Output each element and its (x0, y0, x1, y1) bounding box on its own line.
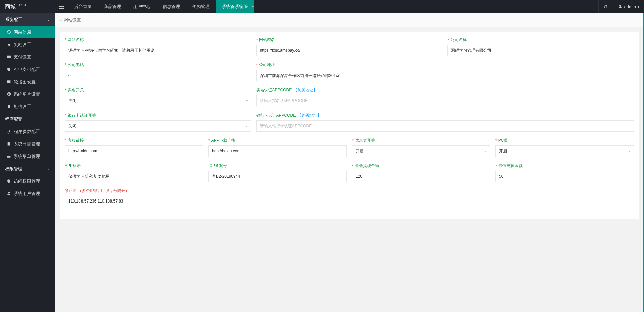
field-company-phone: *公司电话 (65, 62, 251, 81)
sidebar-group-program-config[interactable]: 程序配置 ⌄ (0, 113, 55, 125)
coupon-switch-select[interactable]: 开启▾ (352, 145, 490, 157)
chevron-down-icon: ▾ (246, 99, 248, 103)
buy-link[interactable]: 【购买地址】 (293, 87, 317, 93)
sidebar-item-reward[interactable]: 奖励设置 (0, 38, 55, 51)
brand-version: TP5.3 (17, 3, 26, 7)
hamburger-icon (59, 6, 64, 7)
scrollbar-edge[interactable] (643, 13, 644, 224)
top-nav: 后台首页 商品管理 用户中心 信息管理 奖励管理 系统管系统管 (68, 0, 254, 13)
field-site-domain: *网站域名 (256, 37, 443, 56)
group-label: 程序配置 (5, 113, 22, 125)
phone-icon (7, 104, 11, 109)
item-label: 支付设置 (14, 51, 31, 63)
topbar: 商城 TP5.3 后台首页 商品管理 用户中心 信息管理 奖励管理 系统管系统管… (0, 0, 644, 13)
item-label: APP支付配置 (14, 63, 40, 76)
chevron-down-icon: ▾ (629, 149, 630, 153)
sidebar-item-payment[interactable]: 支付设置 (0, 51, 55, 63)
label: 实名认证APPCODE【购买地址】 (256, 87, 634, 93)
form-row: 禁止IP（多个IP请用半角 , 号隔开） (65, 188, 634, 208)
breadcrumb-title: 网站设置 (64, 13, 81, 27)
chevron-down-icon: ▾ (638, 5, 639, 9)
field-app-download: *APP下载连接 (208, 138, 347, 157)
app-slogan-input[interactable] (65, 171, 203, 182)
sidebar-item-program-params[interactable]: 程序参数配置 (0, 125, 55, 138)
bank-appcode-input[interactable] (256, 120, 634, 132)
item-label: 系统图片设置 (14, 88, 40, 100)
chevron-down-icon: ▾ (485, 149, 487, 153)
app-download-input[interactable] (208, 145, 347, 157)
buy-link[interactable]: 【购买地址】 (297, 113, 321, 118)
min-withdraw-input[interactable] (352, 171, 490, 182)
required-star: * (495, 164, 497, 168)
label: 银行卡认证APPCODE【购买地址】 (256, 113, 634, 118)
form-row: *公司电话 *公司地址 (65, 62, 634, 81)
user-menu[interactable]: admin ▾ (613, 0, 644, 13)
field-app-slogan: APP标语 (65, 163, 203, 182)
card-icon (7, 55, 11, 59)
sidebar-item-users[interactable]: 系统用户管理 (0, 187, 55, 200)
sidebar-item-menus[interactable]: 系统菜单管理 (0, 150, 55, 163)
bank-switch-select[interactable]: 关闭▾ (65, 120, 251, 132)
required-star: * (256, 63, 258, 68)
item-label: 轮播图设置 (14, 76, 36, 88)
image-icon (7, 80, 11, 84)
label: *优惠券开关 (352, 138, 490, 143)
site-name-input[interactable] (65, 45, 251, 56)
nav-info[interactable]: 信息管理 (157, 0, 186, 13)
required-star: * (352, 164, 354, 168)
site-domain-input[interactable] (256, 45, 443, 56)
nav-user[interactable]: 用户中心 (127, 0, 157, 13)
min-recharge-input[interactable] (495, 171, 634, 182)
label: *最低充值金额 (495, 163, 634, 169)
item-label: 系统日志管理 (14, 138, 40, 150)
sidebar-group-system-config[interactable]: 系统配置 ⌄ (0, 13, 55, 26)
company-phone-input[interactable] (65, 70, 251, 81)
sidebar-item-sms[interactable]: 短信设置 (0, 100, 55, 113)
required-star: * (65, 113, 66, 118)
sidebar-group-permissions[interactable]: 权限管理 ⌄ (0, 163, 55, 175)
company-address-input[interactable] (256, 70, 634, 81)
nav-home[interactable]: 后台首页 (68, 0, 98, 13)
required-star: * (495, 138, 497, 143)
kefu-link-input[interactable] (65, 145, 203, 157)
item-label: 短信设置 (14, 100, 31, 113)
sidebar-item-carousel[interactable]: 轮播图设置 (0, 76, 55, 88)
refresh-button[interactable] (598, 0, 613, 13)
realname-switch-select[interactable]: 关闭▾ (65, 95, 251, 106)
realname-appcode-input[interactable] (256, 95, 634, 106)
item-label: 系统菜单管理 (14, 150, 40, 163)
pc-switch-select[interactable]: 开启▾ (495, 145, 634, 157)
form-row: *实名开关 关闭▾ 实名认证APPCODE【购买地址】 (65, 87, 634, 106)
item-label: 系统用户管理 (14, 187, 40, 200)
breadcrumb: » 网站设置 (55, 13, 644, 27)
item-label: 奖励设置 (14, 38, 31, 51)
refresh-icon (603, 4, 608, 9)
sidebar-item-app-payment[interactable]: APP支付配置 (0, 63, 55, 76)
sidebar-toggle-button[interactable] (55, 0, 68, 13)
required-star: * (65, 63, 66, 68)
label: APP标语 (65, 163, 203, 169)
label: *公司名称 (447, 37, 634, 43)
label: *网站域名 (256, 37, 443, 43)
field-pc-switch: *PC端 开启▾ (495, 138, 634, 157)
nav-system[interactable]: 系统管系统管 (216, 0, 254, 13)
icp-input[interactable] (208, 171, 347, 182)
field-company-address: *公司地址 (256, 62, 634, 81)
label: *银行卡认证开关 (65, 113, 251, 118)
nav-reward[interactable]: 奖励管理 (186, 0, 216, 13)
group-label: 系统配置 (5, 13, 22, 26)
user-icon (618, 4, 623, 9)
field-icp: ICP备案号 (208, 163, 347, 182)
label: *客服链接 (65, 138, 203, 143)
field-min-recharge: *最低充值金额 (495, 163, 634, 182)
field-kefu-link: *客服链接 (65, 138, 203, 157)
ban-ip-input[interactable] (65, 196, 634, 207)
sidebar-item-logs[interactable]: 系统日志管理 (0, 138, 55, 150)
required-star: * (65, 88, 66, 93)
sidebar-item-access[interactable]: 访问权限管理 (0, 175, 55, 187)
sidebar-item-site-info[interactable]: 网站信息 (0, 26, 55, 38)
nav-goods[interactable]: 商品管理 (98, 0, 127, 13)
field-coupon-switch: *优惠券开关 开启▾ (352, 138, 490, 157)
sidebar-item-system-images[interactable]: 系统图片设置 (0, 88, 55, 100)
company-name-input[interactable] (447, 45, 634, 56)
